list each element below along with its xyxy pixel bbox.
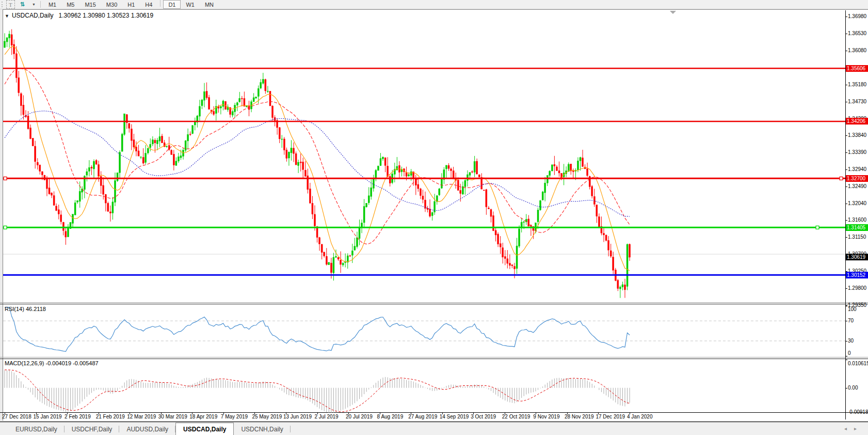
date-tick-label: 4 Jan 2020 <box>627 414 653 420</box>
date-tick-label: 21 Feb 2019 <box>96 414 125 420</box>
price-tick-mark <box>845 34 847 34</box>
indicator-tick-label: 0.00 <box>848 385 858 391</box>
hline-handle-left <box>4 177 7 180</box>
rsi-indicator-label: RSI(14) 46.2118 <box>5 306 46 312</box>
price-tick-label: 1.31600 <box>848 217 866 223</box>
indicator-tick-mark <box>845 356 847 356</box>
chart-symbol-title: USDCAD,Daily <box>12 12 54 19</box>
date-tick-label: 2 Jul 2019 <box>315 414 339 420</box>
price-tick-label: 1.35180 <box>848 82 866 87</box>
price-tick-label: 1.32490 <box>848 183 866 189</box>
price-tick-mark <box>845 51 847 51</box>
collapse-arrow-icon[interactable]: ▼ <box>5 13 9 19</box>
price-tick-label: 1.32940 <box>848 166 866 172</box>
hline-price-label: 1.32700 <box>846 175 868 182</box>
price-tick-label: 1.33840 <box>848 132 866 138</box>
price-tick-label: 1.33390 <box>848 149 866 155</box>
price-tick-mark <box>845 102 847 102</box>
indicator-tick-mark <box>845 306 847 306</box>
date-tick-label: 28 Nov 2019 <box>565 414 594 420</box>
price-tick-mark <box>845 135 847 136</box>
date-tick-label: 2 Feb 2019 <box>65 414 91 420</box>
chart-ohlc-values: 1.30962 1.30980 1.30523 1.30619 <box>59 12 154 19</box>
price-tick-label: 1.34730 <box>848 99 866 104</box>
main-price-panel <box>3 29 845 298</box>
tab-audusd[interactable]: AUDUSD,Daily <box>119 423 175 435</box>
price-tick-mark <box>845 288 847 289</box>
date-tick-label: 30 Mar 2019 <box>158 414 187 420</box>
indicator-tick-label: 30 <box>848 338 854 344</box>
hline-price-label: 1.30152 <box>846 272 868 278</box>
tabbar-spacer <box>0 423 8 435</box>
date-tick-label: 13 Jun 2019 <box>283 414 312 420</box>
indicator-tick-label: 100 <box>848 306 857 312</box>
indicator-tick-mark <box>845 341 847 341</box>
date-tick-label: 3 Oct 2019 <box>471 414 496 420</box>
price-tick-mark <box>845 152 847 153</box>
candles-layer <box>4 29 631 298</box>
indicator-tick-label: 70 <box>848 318 854 323</box>
indicator-tick-label: 0 <box>848 350 851 356</box>
price-tick-label: 1.29800 <box>848 285 866 291</box>
date-tick-label: 20 Jul 2019 <box>346 414 373 420</box>
date-tick-label: 27 Dec 2018 <box>2 414 31 420</box>
rsi-line <box>5 307 630 352</box>
price-tick-label: 1.31150 <box>848 234 866 240</box>
horizontal-lines-layer <box>3 68 845 275</box>
date-tick-label: 18 Apr 2019 <box>189 414 217 420</box>
price-tick-mark <box>845 85 847 85</box>
chart-tabs-bar: EURUSD,DailyUSDCHF,DailyAUDUSD,DailyUSDC… <box>0 422 868 435</box>
price-tick-label: 1.32040 <box>848 200 866 206</box>
ma-25-line <box>5 68 630 244</box>
indicator-tick-mark <box>845 360 847 360</box>
hline-price-label: 1.31405 <box>846 224 868 231</box>
date-tick-label: 8 Aug 2019 <box>377 414 404 420</box>
chart-title-bar: ▼USDCAD,Daily1.30962 1.30980 1.30523 1.3… <box>5 12 153 19</box>
price-tick-label: 1.36530 <box>848 30 866 36</box>
hline-handle-right <box>816 226 819 229</box>
price-chart-canvas[interactable] <box>0 0 868 435</box>
indicator-tick-mark <box>845 388 847 389</box>
date-tick-label: 15 Jan 2019 <box>34 414 62 420</box>
indicator-tick-label: 0.010615 <box>848 361 868 366</box>
macd-panel <box>5 370 630 413</box>
price-tick-mark <box>845 169 847 170</box>
tabs-scroll-left-icon[interactable]: ◂ <box>844 426 854 431</box>
price-tick-mark <box>845 17 847 17</box>
date-tick-label: 9 Nov 2019 <box>533 414 559 420</box>
rsi-panel <box>3 307 845 352</box>
tab-usdcnh[interactable]: USDCNH,Daily <box>234 423 290 435</box>
date-tick-label: 27 Aug 2019 <box>408 414 437 420</box>
date-tick-label: 25 May 2019 <box>252 414 282 420</box>
chart-tabs: EURUSD,DailyUSDCHF,DailyAUDUSD,DailyUSDC… <box>8 423 291 435</box>
hline-handle-left <box>4 226 7 229</box>
hline-price-label: 1.35606 <box>846 65 868 72</box>
hline-handle-right <box>840 177 843 180</box>
date-tick-label: 14 Sep 2019 <box>440 414 469 420</box>
tabs-scroll-right-icon[interactable]: ▸ <box>854 426 864 431</box>
tab-usdcad[interactable]: USDCAD,Daily <box>175 423 234 435</box>
tab-usdchf[interactable]: USDCHF,Daily <box>65 423 120 435</box>
date-tick-label: 7 May 2019 <box>221 414 248 420</box>
tab-eurusd[interactable]: EURUSD,Daily <box>8 423 65 435</box>
hline-price-label: 1.34206 <box>846 118 868 125</box>
indicator-tick-mark <box>845 321 847 321</box>
indicator-tick-mark <box>845 412 847 413</box>
date-tick-label: 12 Mar 2019 <box>127 414 156 420</box>
indicator-tick-label: -0.00918 <box>848 409 868 415</box>
date-tick-label: 22 Oct 2019 <box>502 414 530 420</box>
price-tick-mark <box>845 204 847 204</box>
price-tick-label: 1.36980 <box>848 13 866 19</box>
price-tick-label: 1.36080 <box>848 48 866 53</box>
price-tick-mark <box>845 187 847 187</box>
date-tick-label: 17 Dec 2019 <box>596 414 625 420</box>
current-price-label: 1.30619 <box>846 254 868 260</box>
price-tick-mark <box>845 237 847 238</box>
macd-indicator-label: MACD(12,26,9) -0.004019 -0.005487 <box>5 360 99 366</box>
chart-shift-marker-icon <box>670 11 676 14</box>
price-tick-mark <box>845 220 847 221</box>
